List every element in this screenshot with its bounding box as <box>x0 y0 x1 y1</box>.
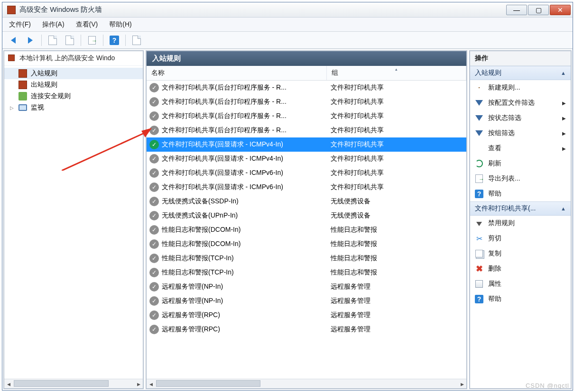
arrow-right-icon <box>28 37 33 44</box>
actions-section-selected[interactable]: 文件和打印机共享(... ▲ <box>470 201 571 216</box>
minimize-button[interactable]: — <box>506 5 527 15</box>
menu-file[interactable]: 文件(F) <box>9 20 31 29</box>
collapse-icon: ▲ <box>561 70 566 76</box>
rule-row[interactable]: ✓无线便携式设备(UPnP-In)无线便携设备 <box>147 209 466 223</box>
action-new-rule[interactable]: 新建规则... <box>470 80 571 95</box>
disabled-icon: ✓ <box>149 225 159 235</box>
rule-row[interactable]: ✓性能日志和警报(DCOM-In)性能日志和警报 <box>147 223 466 237</box>
actions-section-inbound[interactable]: 入站规则 ▲ <box>470 66 571 80</box>
tree-root[interactable]: 本地计算机 上的高级安全 Windo <box>4 51 143 66</box>
rule-name: 远程服务管理(NP-In) <box>162 283 331 291</box>
help-button[interactable]: ? <box>107 34 121 47</box>
action-delete[interactable]: ✖ 删除 <box>470 261 571 276</box>
action-help[interactable]: ? 帮助 <box>470 186 571 201</box>
rules-list[interactable]: ✓文件和打印机共享(后台打印程序服务 - R...文件和打印机共享✓文件和打印机… <box>147 81 466 379</box>
properties-button[interactable] <box>63 34 77 47</box>
show-hide-button[interactable] <box>130 34 144 47</box>
action-properties[interactable]: 属性 <box>470 276 571 292</box>
action-filter-state[interactable]: 按状态筛选 ▶ <box>470 110 571 126</box>
export-icon <box>88 36 96 45</box>
action-disable[interactable]: 禁用规则 <box>470 216 571 231</box>
rule-row[interactable]: ✓远程服务管理(NP-In)远程服务管理 <box>147 294 466 308</box>
tree-pane: 本地计算机 上的高级安全 Windo 入站规则 出站规则 连接安全规则 ▷ <box>3 50 144 389</box>
menu-help[interactable]: 帮助(H) <box>109 20 131 29</box>
rule-row[interactable]: ✓文件和打印机共享(后台打印程序服务 - R...文件和打印机共享 <box>147 95 466 109</box>
rule-row[interactable]: ✓性能日志和警报(TCP-In)性能日志和警报 <box>147 265 466 280</box>
disabled-icon: ✓ <box>149 310 159 320</box>
folder-icon <box>48 36 57 45</box>
forward-button[interactable] <box>23 34 37 47</box>
action-export[interactable]: 导出列表... <box>470 171 571 186</box>
submenu-icon: ▶ <box>562 146 566 151</box>
scroll-right-icon[interactable]: ▸ <box>134 379 143 388</box>
disabled-icon: ✓ <box>149 126 159 135</box>
rule-row[interactable]: ✓文件和打印机共享(后台打印程序服务 - R...文件和打印机共享 <box>147 81 466 95</box>
rule-group: 文件和打印机共享 <box>331 83 464 92</box>
disabled-icon: ✓ <box>149 83 159 92</box>
rules-h-scrollbar[interactable]: ◂ ▸ <box>147 379 466 388</box>
disabled-icon: ✓ <box>149 168 159 178</box>
scroll-thumb[interactable] <box>156 380 260 387</box>
scroll-left-icon[interactable]: ◂ <box>147 379 155 388</box>
rule-group: 性能日志和警报 <box>331 268 464 277</box>
scroll-thumb[interactable] <box>14 380 109 387</box>
disabled-icon: ✓ <box>149 97 159 107</box>
link-icon <box>19 92 27 100</box>
rule-group: 无线便携设备 <box>331 211 464 220</box>
rule-row[interactable]: ✓文件和打印机共享(回显请求 - ICMPv4-In)文件和打印机共享 <box>147 152 466 166</box>
rule-row[interactable]: ✓远程服务管理(NP-In)远程服务管理 <box>147 280 466 294</box>
disabled-icon: ✓ <box>149 325 159 334</box>
submenu-icon: ▶ <box>562 131 566 136</box>
rule-group: 性能日志和警报 <box>331 240 464 248</box>
rule-name: 文件和打印机共享(后台打印程序服务 - R... <box>162 112 331 120</box>
tree-item-outbound[interactable]: 出站规则 <box>4 79 143 91</box>
rule-row[interactable]: ✓性能日志和警报(DCOM-In)性能日志和警报 <box>147 237 466 251</box>
rule-row[interactable]: ✓文件和打印机共享(后台打印程序服务 - R...文件和打印机共享 <box>147 123 466 137</box>
firewall-icon <box>19 81 27 89</box>
column-group[interactable]: ▴ 组 <box>327 66 466 80</box>
menu-view[interactable]: 查看(V) <box>76 20 98 29</box>
rule-row[interactable]: ✓远程服务管理(RPC)远程服务管理 <box>147 322 466 337</box>
expand-icon[interactable]: ▷ <box>10 105 14 110</box>
tree-item-monitoring[interactable]: ▷ 监视 <box>4 102 143 113</box>
column-name[interactable]: 名称 <box>147 66 327 80</box>
folder-up-button[interactable] <box>46 34 60 47</box>
export-button[interactable] <box>85 34 99 47</box>
rule-row[interactable]: ✓文件和打印机共享(回显请求 - ICMPv6-In)文件和打印机共享 <box>147 180 466 194</box>
enabled-icon: ✓ <box>149 140 159 149</box>
actions-title: 操作 <box>470 51 571 66</box>
back-button[interactable] <box>6 34 20 47</box>
close-button[interactable]: ✕ <box>550 5 571 15</box>
rule-row[interactable]: ✓无线便携式设备(SSDP-In)无线便携设备 <box>147 194 466 209</box>
rule-row[interactable]: ✓远程服务管理(RPC)远程服务管理 <box>147 308 466 322</box>
action-filter-profile[interactable]: 按配置文件筛选 ▶ <box>470 95 571 110</box>
tree-item-connection-security[interactable]: 连接安全规则 <box>4 91 143 102</box>
rule-name: 文件和打印机共享(后台打印程序服务 - R... <box>162 83 331 92</box>
rule-row[interactable]: ✓文件和打印机共享(回显请求 - ICMPv4-In)文件和打印机共享 <box>147 137 466 152</box>
tree-h-scrollbar[interactable]: ◂ ▸ <box>4 379 143 388</box>
arrow-left-icon <box>11 37 16 44</box>
scroll-right-icon[interactable]: ▸ <box>458 379 466 388</box>
rule-row[interactable]: ✓文件和打印机共享(后台打印程序服务 - R...文件和打印机共享 <box>147 109 466 123</box>
disabled-icon: ✓ <box>149 268 159 277</box>
rule-name: 性能日志和警报(TCP-In) <box>162 254 331 263</box>
rule-name: 远程服务管理(RPC) <box>162 311 331 319</box>
action-cut[interactable]: ✂ 剪切 <box>470 231 571 246</box>
tree-item-inbound[interactable]: 入站规则 <box>4 68 143 79</box>
action-refresh[interactable]: 刷新 <box>470 156 571 171</box>
rule-name: 文件和打印机共享(回显请求 - ICMPv6-In) <box>162 183 331 191</box>
rule-name: 性能日志和警报(DCOM-In) <box>162 226 331 234</box>
help-icon: ? <box>475 295 483 303</box>
action-view[interactable]: 查看 ▶ <box>470 141 571 156</box>
maximize-button[interactable]: ▢ <box>528 5 549 15</box>
scroll-left-icon[interactable]: ◂ <box>4 379 13 388</box>
rule-row[interactable]: ✓性能日志和警报(TCP-In)性能日志和警报 <box>147 251 466 265</box>
column-headers: 名称 ▴ 组 <box>147 66 466 81</box>
menu-action[interactable]: 操作(A) <box>42 20 65 29</box>
action-help-2[interactable]: ? 帮助 <box>470 292 571 307</box>
rule-row[interactable]: ✓文件和打印机共享(回显请求 - ICMPv6-In)文件和打印机共享 <box>147 166 466 180</box>
action-filter-group[interactable]: 按组筛选 ▶ <box>470 126 571 141</box>
disabled-icon: ✓ <box>149 254 159 263</box>
delete-icon: ✖ <box>475 264 483 273</box>
action-copy[interactable]: 复制 <box>470 246 571 261</box>
